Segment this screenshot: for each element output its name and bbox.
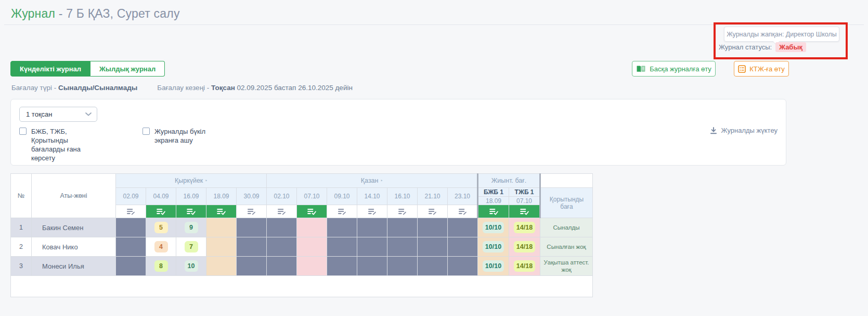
month-caret-icon: ‣ bbox=[380, 179, 383, 183]
grade-cell[interactable]: 10 bbox=[176, 257, 206, 276]
tzb-score-cell[interactable]: 14/18 bbox=[509, 218, 540, 237]
grade-cell[interactable]: 8 bbox=[146, 257, 176, 276]
lesson-check-icon[interactable] bbox=[297, 205, 327, 218]
lesson-edit-icon[interactable] bbox=[448, 205, 478, 218]
bzb-date: 18.09 bbox=[478, 197, 509, 205]
grade-cell-pending[interactable] bbox=[206, 218, 237, 237]
column-header-name: Аты-жөні bbox=[32, 174, 116, 218]
tzb-score-badge[interactable]: 14/18 bbox=[514, 222, 535, 233]
assessment-meta: Бағалау түрі - Сыналды/СыналмадыБағалау … bbox=[11, 84, 353, 92]
tab-daily-journal[interactable]: Күнделікті журнал bbox=[10, 61, 90, 77]
bzb-check-icon[interactable] bbox=[478, 205, 509, 218]
assessment-type-label: Бағалау түрі - bbox=[11, 84, 58, 92]
lesson-edit-icon[interactable] bbox=[387, 205, 418, 218]
grade-cell-blocked bbox=[448, 237, 478, 257]
grade-cell-blocked bbox=[357, 257, 387, 276]
bzb-score-cell[interactable]: 10/10 bbox=[478, 237, 509, 257]
grade-cell-pending[interactable] bbox=[206, 237, 237, 257]
page-title-class: - 7 Б ҚАЗ, Сурет салу bbox=[55, 7, 179, 20]
grade-cell-blocked bbox=[448, 218, 478, 237]
grade-badge[interactable]: 9 bbox=[185, 222, 198, 233]
date-header: 09.10 bbox=[327, 188, 357, 205]
grade-badge[interactable]: 8 bbox=[154, 260, 168, 272]
row-number: 2 bbox=[11, 237, 32, 257]
grade-cell-missed[interactable] bbox=[297, 257, 327, 276]
grade-cell-missed[interactable] bbox=[297, 237, 327, 257]
bzb-header: БЖБ 1 bbox=[478, 188, 509, 197]
tzb-score-cell[interactable]: 14/18 bbox=[509, 237, 540, 257]
grade-badge[interactable]: 7 bbox=[185, 241, 198, 252]
final-column-spacer bbox=[540, 174, 593, 188]
date-header: 30.09 bbox=[237, 188, 267, 205]
tzb-score-badge[interactable]: 14/18 bbox=[514, 260, 535, 272]
row-number: 1 bbox=[11, 218, 32, 237]
journal-page: Журнал - 7 Б ҚАЗ, Сурет салу Журналды жа… bbox=[0, 0, 868, 316]
date-header: 23.10 bbox=[448, 188, 478, 205]
month-header-september: Қыркүйек‣ bbox=[116, 174, 267, 188]
grade-cell[interactable]: 7 bbox=[176, 237, 206, 257]
bzb-score-badge[interactable]: 10/10 bbox=[483, 260, 504, 272]
grade-cell-blocked bbox=[387, 218, 418, 237]
month-header-october: Қазан‣ bbox=[267, 174, 478, 188]
grade-cell[interactable]: 4 bbox=[146, 237, 176, 257]
grade-cell-blocked bbox=[116, 257, 146, 276]
column-header-number: № bbox=[11, 174, 32, 218]
checkbox-fullscreen[interactable]: Журналды бүкіл экранға ашу bbox=[142, 127, 223, 162]
grade-cell[interactable]: 5 bbox=[146, 218, 176, 237]
date-header: 02.10 bbox=[267, 188, 297, 205]
list-icon bbox=[738, 65, 746, 73]
student-name: Монеси Илья bbox=[32, 257, 116, 276]
grade-cell[interactable]: 9 bbox=[176, 218, 206, 237]
tzb-score-badge[interactable]: 14/18 bbox=[514, 241, 535, 252]
grade-badge[interactable]: 4 bbox=[154, 241, 168, 252]
bzb-score-badge[interactable]: 10/10 bbox=[483, 222, 504, 233]
bzb-score-badge[interactable]: 10/10 bbox=[483, 241, 504, 252]
ktzh-button[interactable]: КТЖ-ға өту bbox=[734, 61, 789, 77]
journal-tabs: Күнделікті журнал Жылдық журнал bbox=[10, 61, 165, 77]
quarter-select[interactable]: 1 тоқсан bbox=[19, 107, 97, 122]
grade-cell-blocked bbox=[387, 237, 418, 257]
grade-cell-blocked bbox=[267, 257, 297, 276]
checkbox-fullscreen-box[interactable] bbox=[142, 128, 150, 135]
lesson-check-icon[interactable] bbox=[146, 205, 176, 218]
tab-yearly-journal[interactable]: Жылдық журнал bbox=[90, 61, 165, 77]
final-grade-cell: Сыналған жоқ bbox=[540, 237, 593, 257]
grade-badge[interactable]: 10 bbox=[185, 260, 198, 272]
date-header: 07.10 bbox=[297, 188, 327, 205]
grade-cell-blocked bbox=[327, 237, 357, 257]
grade-cell-blocked bbox=[327, 257, 357, 276]
checkbox-only-summary-box[interactable] bbox=[19, 128, 27, 135]
tzb-score-cell[interactable]: 14/18 bbox=[509, 257, 540, 276]
other-journal-button[interactable]: Басқа журналға өту bbox=[632, 61, 716, 77]
bzb-score-cell[interactable]: 10/10 bbox=[478, 218, 509, 237]
lesson-check-icon[interactable] bbox=[176, 205, 206, 218]
download-journal-link[interactable]: Журналды жүктеу bbox=[710, 127, 778, 134]
checkbox-only-summary-label: БЖБ, ТЖБ, Қорытынды бағаларды ғана көрсе… bbox=[31, 127, 93, 162]
journal-table: № Аты-жөні Қыркүйек‣ Қазан‣ Жиынт. бағ. … bbox=[10, 173, 593, 297]
grade-cell-missed[interactable] bbox=[297, 218, 327, 237]
lesson-check-icon[interactable] bbox=[206, 205, 237, 218]
final-grade-cell: Уақытша аттест. жоқ bbox=[540, 257, 593, 276]
lesson-edit-icon[interactable] bbox=[267, 205, 297, 218]
lesson-edit-icon[interactable] bbox=[116, 205, 146, 218]
bzb-score-cell[interactable]: 10/10 bbox=[478, 257, 509, 276]
tzb-check-icon[interactable] bbox=[509, 205, 540, 218]
tzb-date: 07.10 bbox=[509, 197, 540, 205]
lesson-edit-icon[interactable] bbox=[357, 205, 387, 218]
checkbox-only-summary[interactable]: БЖБ, ТЖБ, Қорытынды бағаларды ғана көрсе… bbox=[19, 127, 93, 162]
date-header: 18.09 bbox=[206, 188, 237, 205]
row-number: 3 bbox=[11, 257, 32, 276]
lesson-edit-icon[interactable] bbox=[237, 205, 267, 218]
assessment-period-label: Бағалау кезеңі - bbox=[157, 84, 211, 92]
date-header: 16.10 bbox=[387, 188, 418, 205]
grade-cell-blocked bbox=[357, 218, 387, 237]
grade-cell-blocked bbox=[116, 237, 146, 257]
other-journal-button-label: Басқа журналға өту bbox=[650, 65, 711, 73]
grade-cell-blocked bbox=[237, 237, 267, 257]
table-row: 3 Монеси Илья 8 10 10/10 14/18 Уақытша а… bbox=[11, 257, 593, 276]
grade-cell-pending[interactable] bbox=[206, 257, 237, 276]
lesson-edit-icon[interactable] bbox=[327, 205, 357, 218]
grade-badge[interactable]: 5 bbox=[154, 222, 168, 233]
lesson-edit-icon[interactable] bbox=[418, 205, 448, 218]
final-grade-cell: Сыналды bbox=[540, 218, 593, 237]
